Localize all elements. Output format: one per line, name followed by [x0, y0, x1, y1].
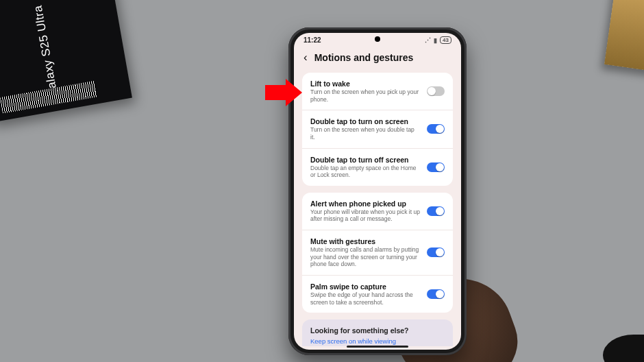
settings-list[interactable]: Lift to wake Turn on the screen when you…	[294, 73, 461, 350]
looking-for-card[interactable]: Looking for something else? Keep screen …	[302, 319, 453, 346]
lift-to-wake-row[interactable]: Lift to wake Turn on the screen when you…	[302, 73, 453, 110]
alert-picked-up-row[interactable]: Alert when phone picked up Your phone wi…	[302, 193, 453, 230]
setting-title: Double tap to turn on screen	[310, 117, 420, 125]
setting-desc: Turn on the screen when you double tap i…	[310, 126, 420, 141]
wooden-block	[604, 0, 644, 72]
setting-desc: Turn on the screen when you pick up your…	[310, 88, 420, 103]
setting-desc: Swipe the edge of your hand across the s…	[310, 291, 420, 306]
setting-title: Alert when phone picked up	[310, 200, 420, 208]
lift-to-wake-toggle[interactable]	[427, 86, 445, 96]
annotation-arrow	[265, 79, 302, 106]
signal-icon: ▮	[434, 37, 437, 44]
battery-indicator: 43	[440, 36, 451, 44]
mute-gestures-toggle[interactable]	[427, 248, 445, 257]
nav-handle[interactable]	[347, 346, 408, 348]
double-tap-on-row[interactable]: Double tap to turn on screen Turn on the…	[302, 110, 453, 147]
double-tap-on-toggle[interactable]	[427, 124, 445, 134]
keep-screen-on-link[interactable]: Keep screen on while viewing	[310, 337, 445, 345]
mute-gestures-row[interactable]: Mute with gestures Mute incoming calls a…	[302, 230, 453, 275]
status-indicators: ⋰ ▮ 43	[425, 36, 451, 44]
looking-for-title: Looking for something else?	[310, 326, 445, 335]
page-header: ‹ Motions and gestures	[294, 44, 461, 73]
setting-desc: Double tap an empty space on the Home or…	[310, 165, 420, 179]
alert-picked-up-toggle[interactable]	[427, 206, 445, 216]
earbud	[603, 335, 644, 362]
product-box: Galaxy S25 Ultra	[0, 0, 132, 123]
palm-swipe-toggle[interactable]	[427, 289, 445, 299]
product-box-label: Galaxy S25 Ultra	[32, 4, 61, 99]
setting-desc: Mute incoming calls and alarms by puttin…	[310, 246, 420, 268]
setting-title: Palm swipe to capture	[310, 282, 420, 291]
wifi-icon: ⋰	[425, 37, 431, 44]
page-title: Motions and gestures	[314, 52, 414, 63]
palm-swipe-row[interactable]: Palm swipe to capture Swipe the edge of …	[302, 275, 453, 313]
front-camera	[375, 36, 380, 42]
setting-title: Mute with gestures	[310, 237, 420, 245]
setting-title: Double tap to turn off screen	[310, 156, 420, 164]
double-tap-off-row[interactable]: Double tap to turn off screen Double tap…	[302, 148, 453, 186]
setting-desc: Your phone will vibrate when you pick it…	[310, 208, 420, 223]
double-tap-off-toggle[interactable]	[427, 162, 445, 172]
settings-group-1: Lift to wake Turn on the screen when you…	[302, 73, 453, 186]
phone-screen: 11:22 ⋰ ▮ 43 ‹ Motions and gestures Lift…	[294, 33, 461, 350]
back-icon[interactable]: ‹	[304, 51, 308, 64]
status-time: 11:22	[304, 36, 321, 44]
phone-device: 11:22 ⋰ ▮ 43 ‹ Motions and gestures Lift…	[288, 27, 467, 355]
settings-group-2: Alert when phone picked up Your phone wi…	[302, 193, 453, 313]
setting-title: Lift to wake	[310, 80, 420, 88]
